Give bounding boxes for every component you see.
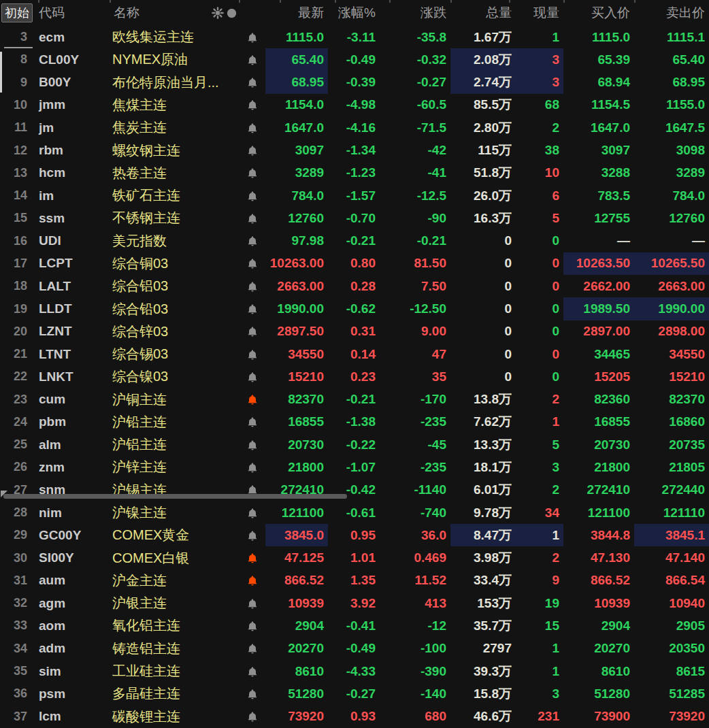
cell-alert xyxy=(240,320,265,343)
alert-bell-icon[interactable] xyxy=(247,530,258,541)
cell-cur-volume: 68 xyxy=(516,94,563,116)
sort-indicator[interactable] xyxy=(212,7,237,19)
table-row[interactable]: 11jm焦炭主连1647.0-4.16-71.52.80万21647.01647… xyxy=(0,116,709,139)
alert-bell-icon[interactable] xyxy=(247,711,258,722)
table-row[interactable]: 31aum沪金主连866.521.3511.5233.4万9866.52866.… xyxy=(0,569,709,592)
column-header-change-pct[interactable]: 涨幅% xyxy=(328,4,380,22)
alert-bell-icon[interactable] xyxy=(247,303,258,314)
cell-volume: 16.3万 xyxy=(450,207,516,229)
table-row[interactable]: 13hcm热卷主连3289-1.23-4151.8万1032883289 xyxy=(0,162,709,184)
cell-volume: 0 xyxy=(450,275,516,297)
cell-alert xyxy=(240,501,265,524)
cell-change: -235 xyxy=(380,411,450,433)
table-row[interactable]: 35sim工业硅主连8610-4.33-39039.3万186108615 xyxy=(0,660,709,682)
table-row[interactable]: 28nim沪镍主连121100-0.61-7409.78万34121100121… xyxy=(0,501,709,524)
alert-bell-icon[interactable] xyxy=(247,666,258,677)
alert-bell-active-icon[interactable] xyxy=(247,575,258,586)
table-row[interactable]: 22LNKT综合镍03152100.2335001520515210 xyxy=(0,365,709,388)
alert-bell-icon[interactable] xyxy=(247,122,258,133)
alert-bell-icon[interactable] xyxy=(247,643,258,654)
column-header-code[interactable]: 代码 xyxy=(34,4,109,22)
alert-bell-icon[interactable] xyxy=(247,440,258,450)
alert-bell-icon[interactable] xyxy=(247,326,258,337)
cell-code: LNKT xyxy=(34,365,109,388)
alert-bell-icon[interactable] xyxy=(247,621,258,631)
alert-bell-icon[interactable] xyxy=(247,32,258,43)
table-row[interactable]: 23cum沪铜主连82370-0.21-17013.8万28236082370 xyxy=(0,388,709,411)
table-row[interactable]: 14im铁矿石主连784.0-1.57-12.526.0万6783.5784.0 xyxy=(0,184,709,207)
table-row[interactable]: 37lcm碳酸锂主连739200.9368046.6万2317390073920 xyxy=(0,705,709,727)
table-row[interactable]: 9B00Y布伦特原油当月...68.95-0.39-0.272.74万368.9… xyxy=(0,71,709,94)
table-row[interactable]: 24pbm沪铅主连16855-1.38-2357.62万11685516860 xyxy=(0,411,709,433)
table-row[interactable]: 34adm铸造铝主连20270-0.49-100279712027020350 xyxy=(0,638,709,660)
cell-ask-price: 3098 xyxy=(634,139,709,161)
cell-cur-volume: 3 xyxy=(516,48,563,71)
column-header-ask[interactable]: 卖出价 xyxy=(634,4,709,22)
alert-bell-icon[interactable] xyxy=(247,598,258,609)
alert-bell-icon[interactable] xyxy=(247,99,258,110)
alert-bell-icon[interactable] xyxy=(247,191,258,201)
alert-bell-icon[interactable] xyxy=(247,462,258,473)
cell-code: LCPT xyxy=(34,252,109,275)
column-header-last[interactable]: 最新 xyxy=(265,4,328,22)
alert-bell-active-icon[interactable] xyxy=(247,394,258,405)
table-row[interactable]: 19LLDT综合铅031990.00-0.62-12.50001989.5019… xyxy=(0,297,709,320)
table-row[interactable]: 26znm沪锌主连21800-1.07-23518.1万32180021805 xyxy=(0,456,709,478)
alert-bell-icon[interactable] xyxy=(247,258,258,269)
alert-bell-icon[interactable] xyxy=(247,145,258,156)
table-row[interactable]: 20LZNT综合锌032897.500.319.00002897.002898.… xyxy=(0,320,709,343)
alert-bell-icon[interactable] xyxy=(247,213,258,224)
alert-bell-icon[interactable] xyxy=(247,235,258,246)
alert-bell-icon[interactable] xyxy=(247,54,258,65)
column-header-cur-volume[interactable]: 现量 xyxy=(516,4,563,22)
table-row[interactable]: 10jmm焦煤主连1154.0-4.98-60.585.5万681154.511… xyxy=(0,94,709,116)
cell-ask-price: 2663.00 xyxy=(634,275,709,297)
cell-change: -12 xyxy=(380,614,450,637)
table-row[interactable]: 21LTNT综合锡03345500.1447003446534550 xyxy=(0,343,709,365)
cell-change-pct: -0.21 xyxy=(328,388,380,411)
alert-bell-icon[interactable] xyxy=(247,77,258,88)
cell-change-pct: 0.95 xyxy=(328,524,380,546)
column-header-bid[interactable]: 买入价 xyxy=(563,4,634,22)
cell-change: -140 xyxy=(380,682,450,705)
table-row[interactable]: 17LCPT综合铜0310263.000.8081.500010263.5010… xyxy=(0,252,709,275)
init-sort-button[interactable]: 初始 xyxy=(1,3,33,22)
alert-bell-icon[interactable] xyxy=(247,167,258,178)
table-row[interactable]: 29GC00YCOMEX黄金3845.00.9536.08.47万13844.8… xyxy=(0,524,709,546)
horizontal-scrollbar-thumb[interactable] xyxy=(3,494,347,499)
alert-bell-icon[interactable] xyxy=(247,689,258,699)
table-row[interactable]: 16UDI美元指数97.98-0.21-0.2100—— xyxy=(0,230,709,252)
table-row[interactable]: 3ecm欧线集运主连1115.0-3.11-35.81.67万11115.011… xyxy=(0,26,709,48)
cell-code: aom xyxy=(34,614,109,637)
alert-bell-icon[interactable] xyxy=(247,349,258,360)
table-row[interactable]: 25alm沪铝主连20730-0.22-4513.3万52073020735 xyxy=(0,433,709,456)
cell-alert xyxy=(240,162,265,184)
alert-bell-icon[interactable] xyxy=(247,281,258,292)
column-header-change[interactable]: 涨跌 xyxy=(380,4,450,22)
table-row[interactable]: 36psm多晶硅主连51280-0.27-14015.8万35128051285 xyxy=(0,682,709,705)
cell-change-pct: -4.98 xyxy=(328,94,380,116)
table-row[interactable]: 30SI00YCOMEX白银47.1251.010.4693.98万247.13… xyxy=(0,546,709,569)
table-row[interactable]: 8CL00YNYMEX原油65.40-0.49-0.322.08万365.396… xyxy=(0,48,709,71)
cell-cur-volume: 1 xyxy=(516,26,563,48)
column-header-volume[interactable]: 总量 xyxy=(450,4,516,22)
table-row[interactable]: 33aom氧化铝主连2904-0.41-1235.7万1529042905 xyxy=(0,614,709,637)
cell-name: 多晶硅主连 xyxy=(109,682,240,705)
cell-change: 11.52 xyxy=(380,569,450,592)
alert-bell-icon[interactable] xyxy=(247,508,258,518)
cell-bid-price: 1154.5 xyxy=(563,94,634,116)
alert-bell-active-icon[interactable] xyxy=(247,552,258,563)
cell-change-pct: -0.39 xyxy=(328,71,380,94)
cell-alert xyxy=(240,230,265,252)
table-row[interactable]: 15ssm不锈钢主连12760-0.70-9016.3万51275512760 xyxy=(0,207,709,229)
cell-name: 沪锌主连 xyxy=(109,456,240,478)
cell-code: LLDT xyxy=(34,297,109,320)
table-row[interactable]: 32agm沪银主连109393.92413153万191093910940 xyxy=(0,592,709,614)
cell-change: -90 xyxy=(380,207,450,229)
alert-bell-icon[interactable] xyxy=(247,416,258,427)
cell-code: alm xyxy=(34,433,109,456)
horizontal-scrollbar[interactable] xyxy=(0,493,709,499)
table-row[interactable]: 18LALT综合铝032663.000.287.50002662.002663.… xyxy=(0,275,709,297)
alert-bell-icon[interactable] xyxy=(247,371,258,382)
table-row[interactable]: 12rbm螺纹钢主连3097-1.34-42115万3830973098 xyxy=(0,139,709,161)
